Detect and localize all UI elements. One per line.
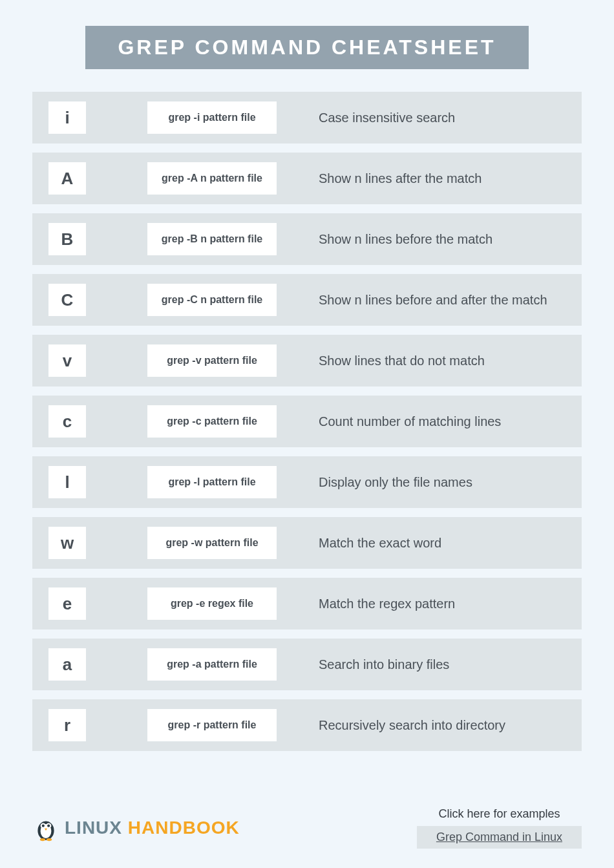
footer-links: Click here for examples Grep Command in … [417, 807, 582, 849]
table-row: A grep -A n pattern file Show n lines af… [32, 153, 582, 204]
examples-label: Click here for examples [417, 807, 582, 821]
brand-text: LINUX HANDBOOK [65, 818, 240, 838]
flag-badge: a [48, 648, 86, 681]
brand-logo: LINUX HANDBOOK [32, 814, 240, 842]
command-box: grep -i pattern file [147, 101, 277, 134]
description-text: Show n lines before and after the match [319, 293, 547, 308]
table-row: c grep -c pattern file Count number of m… [32, 396, 582, 447]
flag-badge: B [48, 223, 86, 255]
table-row: w grep -w pattern file Match the exact w… [32, 517, 582, 569]
table-row: C grep -C n pattern file Show n lines be… [32, 274, 582, 326]
svg-point-5 [47, 825, 50, 827]
table-row: v grep -v pattern file Show lines that d… [32, 335, 582, 386]
description-text: Count number of matching lines [319, 414, 501, 429]
command-box: grep -e regex file [147, 587, 277, 620]
brand-text-handbook: HANDBOOK [128, 818, 240, 838]
table-row: r grep -r pattern file Recursively searc… [32, 699, 582, 751]
flag-badge: A [48, 162, 86, 195]
cheatsheet-rows: i grep -i pattern file Case insensitive … [32, 92, 582, 751]
svg-point-4 [42, 825, 45, 827]
command-box: grep -A n pattern file [147, 162, 277, 195]
svg-point-8 [47, 838, 52, 841]
description-text: Match the regex pattern [319, 597, 455, 611]
flag-badge: c [48, 405, 86, 438]
table-row: B grep -B n pattern file Show n lines be… [32, 213, 582, 265]
footer: LINUX HANDBOOK Click here for examples G… [32, 807, 582, 849]
svg-point-7 [40, 838, 45, 841]
flag-badge: v [48, 344, 86, 377]
table-row: i grep -i pattern file Case insensitive … [32, 92, 582, 143]
command-box: grep -w pattern file [147, 527, 277, 559]
description-text: Show n lines after the match [319, 171, 482, 186]
command-box: grep -a pattern file [147, 648, 277, 681]
brand-text-linux: LINUX [65, 818, 128, 838]
flag-badge: r [48, 709, 86, 741]
description-text: Display only the file names [319, 475, 472, 490]
command-box: grep -c pattern file [147, 405, 277, 438]
command-box: grep -B n pattern file [147, 223, 277, 255]
grep-command-link[interactable]: Grep Command in Linux [417, 826, 582, 849]
table-row: e grep -e regex file Match the regex pat… [32, 578, 582, 630]
table-row: a grep -a pattern file Search into binar… [32, 639, 582, 690]
page-title: GREP COMMAND CHEATSHEET [85, 26, 528, 69]
command-box: grep -r pattern file [147, 709, 277, 741]
flag-badge: e [48, 587, 86, 620]
description-text: Match the exact word [319, 536, 441, 551]
description-text: Search into binary files [319, 657, 449, 672]
description-text: Case insensitive search [319, 111, 455, 125]
flag-badge: i [48, 101, 86, 134]
flag-badge: C [48, 284, 86, 316]
description-text: Show lines that do not match [319, 354, 485, 368]
penguin-icon [32, 814, 59, 842]
flag-badge: w [48, 527, 86, 559]
flag-badge: l [48, 466, 86, 498]
command-box: grep -C n pattern file [147, 284, 277, 316]
command-box: grep -v pattern file [147, 344, 277, 377]
description-text: Recursively search into directory [319, 718, 505, 733]
table-row: l grep -l pattern file Display only the … [32, 456, 582, 508]
command-box: grep -l pattern file [147, 466, 277, 498]
description-text: Show n lines before the match [319, 232, 492, 247]
